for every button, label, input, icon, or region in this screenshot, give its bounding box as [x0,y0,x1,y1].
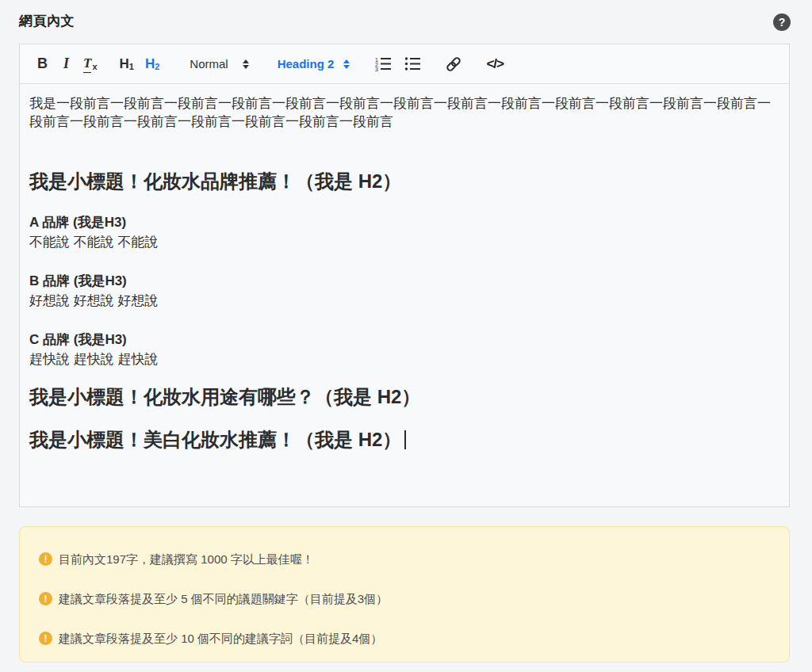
ordered-list-icon: 1 2 3 [375,56,392,71]
text-cursor [404,430,406,449]
brand-heading-h3: C 品牌 (我是H3) [29,330,779,349]
bullet-list-icon [404,56,421,71]
link-icon [445,56,462,72]
editor-toolbar: B I Tx H1 H2 Normal Heading 2 1 2 3 [20,44,789,84]
warning-item: ! 建議文章段落提及至少 10 個不同的建議字詞（目前提及4個） [39,631,770,646]
warning-text: 目前內文197字，建議撰寫 1000 字以上最佳喔！ [59,552,314,567]
brand-heading-h3: B 品牌 (我是H3) [29,272,779,290]
bold-button[interactable]: B [37,55,48,72]
editor-content[interactable]: 我是一段前言一段前言一段前言一段前言一段前言一段前言一段前言一段前言一段前言一段… [20,84,789,507]
intro-paragraph: 我是一段前言一段前言一段前言一段前言一段前言一段前言一段前言一段前言一段前言一段… [29,94,779,131]
warning-icon: ! [39,592,52,605]
warning-item: ! 目前內文197字，建議撰寫 1000 字以上最佳喔！ [39,552,770,567]
heading-text: 我是小標題！美白化妝水推薦！（我是 H2） [29,429,401,450]
link-button[interactable] [445,56,462,72]
heading1-button[interactable]: H1 [120,56,134,72]
warning-icon: ! [39,552,52,566]
heading2-button[interactable]: H2 [145,56,159,72]
page-header: 網頁內文 ? [0,0,812,44]
help-icon[interactable]: ? [773,13,791,31]
brand-body: 不能說 不能說 不能說 [29,233,779,251]
clear-format-t: T [83,55,91,73]
warning-item: ! 建議文章段落提及至少 5 個不同的議題關鍵字（目前提及3個） [39,591,770,606]
brand-body: 趕快說 趕快說 趕快說 [29,350,779,368]
clear-format-button[interactable]: Tx [83,55,98,73]
picker-arrows-icon [243,59,249,69]
warning-text: 建議文章段落提及至少 5 個不同的議題關鍵字（目前提及3個） [59,591,388,606]
italic-button[interactable]: I [63,55,69,72]
block-format-value: Normal [190,57,228,71]
seo-suggestions-panel: ! 目前內文197字，建議撰寫 1000 字以上最佳喔！ ! 建議文章段落提及至… [19,526,790,662]
heading-format-picker[interactable]: Heading 2 [278,57,350,71]
page-title: 網頁內文 [19,12,790,30]
block-format-picker[interactable]: Normal [190,57,248,71]
svg-text:3: 3 [375,67,378,72]
section-heading-h2: 我是小標題！美白化妝水推薦！（我是 H2） [29,429,779,451]
rich-text-editor: B I Tx H1 H2 Normal Heading 2 1 2 3 [19,44,790,507]
section-heading-h2: 我是小標題！化妝水品牌推薦！（我是 H2） [29,170,779,193]
ordered-list-button[interactable]: 1 2 3 [375,56,392,71]
section-heading-h2: 我是小標題！化妝水用途有哪些？（我是 H2） [29,386,779,408]
brand-heading-h3: A 品牌 (我是H3) [29,213,779,231]
bullet-list-button[interactable] [404,56,421,71]
code-button[interactable]: </> [486,56,504,72]
heading-format-value: Heading 2 [278,57,335,71]
warning-icon: ! [39,632,52,645]
warning-text: 建議文章段落提及至少 10 個不同的建議字詞（目前提及4個） [59,631,382,646]
picker-arrows-icon [343,59,350,69]
brand-body: 好想說 好想說 好想說 [29,292,779,310]
clear-format-x: x [92,62,97,71]
